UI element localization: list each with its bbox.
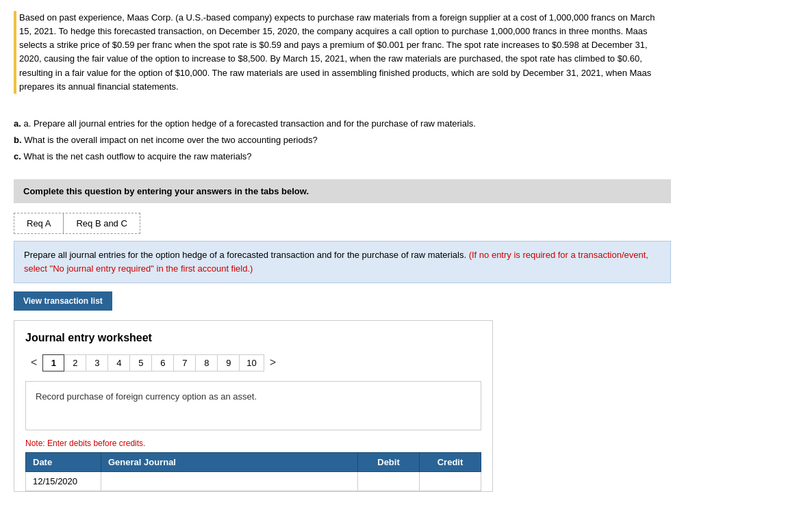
- journal-input[interactable]: [108, 476, 351, 486]
- problem-text: Based on past experience, Maas Corp. (a …: [19, 11, 663, 94]
- instruction-main: Prepare all journal entries for the opti…: [24, 250, 466, 260]
- question-c: c. What is the net cash outflow to acqui…: [14, 149, 657, 164]
- page-6-button[interactable]: 6: [152, 354, 174, 371]
- page-1-button[interactable]: 1: [42, 354, 64, 371]
- page-next-button[interactable]: >: [264, 354, 281, 371]
- page-7-button[interactable]: 7: [174, 354, 196, 371]
- tabs-container: Req A Req B and C: [14, 213, 140, 234]
- journal-table: Date General Journal Debit Credit: [25, 452, 481, 491]
- debit-input[interactable]: [365, 476, 412, 486]
- credit-input[interactable]: [427, 476, 474, 486]
- credit-cell[interactable]: [420, 472, 481, 491]
- col-header-debit: Debit: [358, 453, 420, 472]
- worksheet-card: Journal entry worksheet < 1 2 3 4 5 6 7 …: [14, 320, 493, 492]
- question-a: a. a. Prepare all journal entries for th…: [14, 116, 657, 131]
- journal-cell[interactable]: [101, 472, 358, 491]
- page-9-button[interactable]: 9: [218, 354, 240, 371]
- page-10-button[interactable]: 10: [240, 354, 264, 371]
- table-row: [26, 472, 481, 491]
- date-cell[interactable]: [26, 472, 101, 491]
- page-2-button[interactable]: 2: [64, 354, 86, 371]
- col-header-credit: Credit: [420, 453, 481, 472]
- tab-req-bc[interactable]: Req B and C: [64, 213, 139, 233]
- page-8-button[interactable]: 8: [196, 354, 218, 371]
- record-box: Record purchase of foreign currency opti…: [25, 381, 481, 430]
- debit-cell[interactable]: [358, 472, 420, 491]
- page-4-button[interactable]: 4: [108, 354, 130, 371]
- question-b: b. What is the overall impact on net inc…: [14, 133, 657, 148]
- complete-box: Complete this question by entering your …: [14, 179, 671, 203]
- note-text: Note: Enter debits before credits.: [25, 439, 481, 448]
- page-5-button[interactable]: 5: [130, 354, 152, 371]
- view-transaction-list-button[interactable]: View transaction list: [14, 291, 112, 311]
- page-prev-button[interactable]: <: [25, 354, 42, 371]
- page-3-button[interactable]: 3: [86, 354, 108, 371]
- date-input[interactable]: [33, 476, 94, 486]
- questions-section: a. a. Prepare all journal entries for th…: [14, 116, 657, 164]
- tab-req-a[interactable]: Req A: [14, 213, 63, 233]
- pagination: < 1 2 3 4 5 6 7 8 9 10 >: [25, 354, 481, 371]
- col-header-date: Date: [26, 453, 101, 472]
- instruction-box: Prepare all journal entries for the opti…: [14, 241, 671, 283]
- worksheet-title: Journal entry worksheet: [25, 332, 481, 344]
- record-text: Record purchase of foreign currency opti…: [36, 391, 257, 402]
- col-header-journal: General Journal: [101, 453, 358, 472]
